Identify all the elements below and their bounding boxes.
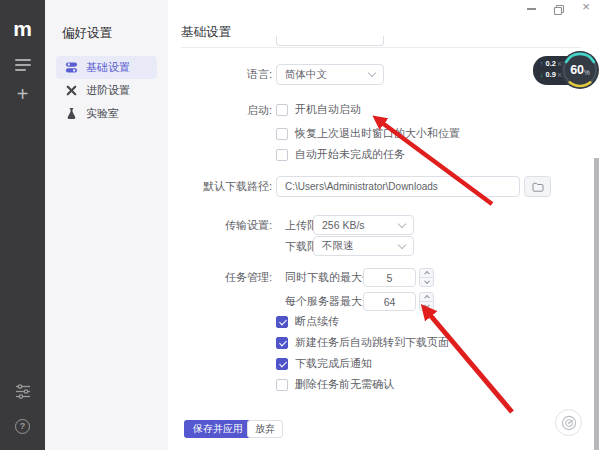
stepper-down-icon[interactable] — [420, 301, 433, 310]
help-icon[interactable]: ? — [15, 419, 30, 434]
download-speed-value: 0.9 — [546, 70, 556, 79]
toggles-icon — [65, 61, 78, 74]
checkbox-label: 删除任务前无需确认 — [295, 378, 394, 391]
checkbox-label: 恢复上次退出时窗口的大小和位置 — [295, 127, 460, 140]
max-tasks-input[interactable] — [363, 268, 416, 287]
scrolled-clipped-field — [276, 36, 384, 46]
header-divider — [181, 47, 581, 48]
scrollbar-thumb[interactable] — [594, 158, 599, 450]
nav-item-label: 实验室 — [86, 106, 119, 121]
upload-arrow-icon: ↑ — [540, 60, 544, 67]
checkbox-icon[interactable] — [276, 128, 288, 140]
checkbox-no-confirm-delete[interactable]: 删除任务前无需确认 — [276, 378, 394, 391]
checkbox-label: 断点续传 — [295, 315, 339, 328]
upload-limit-value: 256 KB/s — [322, 219, 365, 231]
language-label: 语言: — [168, 68, 272, 81]
tools-icon — [65, 84, 78, 97]
download-path-input[interactable] — [276, 176, 520, 197]
checkbox-label: 自动开始未完成的任务 — [295, 148, 405, 161]
download-path-label: 默认下载路径: — [168, 180, 272, 193]
task-management-label: 任务管理: — [168, 271, 272, 284]
upload-limit-select[interactable]: 256 KB/s — [313, 215, 414, 235]
preferences-title: 偏好设置 — [62, 25, 112, 42]
checkbox-resume-unfinished[interactable]: 自动开始未完成的任务 — [276, 148, 405, 161]
page-title: 基础设置 — [181, 24, 231, 41]
save-apply-button[interactable]: 保存并应用 — [184, 420, 252, 438]
checkbox-label: 新建任务后自动跳转到下载页面 — [295, 336, 449, 349]
language-select[interactable]: 简体中文 — [276, 64, 384, 85]
browse-folder-button[interactable] — [524, 176, 551, 197]
transfer-label: 传输设置: — [168, 219, 272, 232]
stepper-up-icon[interactable] — [420, 293, 433, 301]
checkbox-label: 下载完成后通知 — [295, 357, 372, 370]
flask-icon — [65, 107, 78, 120]
task-list-icon[interactable] — [15, 59, 31, 74]
restore-icon[interactable] — [553, 2, 565, 14]
download-limit-select[interactable]: 不限速 — [313, 236, 414, 256]
speed-gauge-button[interactable] — [555, 409, 582, 436]
app-logo-icon[interactable]: m — [0, 18, 45, 40]
checkbox-notify-on-complete[interactable]: 下载完成后通知 — [276, 357, 372, 370]
nav-item-basic-settings[interactable]: 基础设置 — [56, 56, 157, 79]
checkbox-label: 开机自动启动 — [295, 103, 361, 116]
checkbox-icon[interactable] — [276, 104, 288, 116]
gauge-icon — [561, 415, 577, 431]
checkbox-icon[interactable] — [276, 358, 288, 370]
checkbox-jump-to-downloads[interactable]: 新建任务后自动跳转到下载页面 — [276, 336, 449, 349]
minimize-icon[interactable] — [527, 8, 536, 10]
preferences-nav: 基础设置 进阶设置 实验室 — [56, 56, 157, 125]
checkbox-icon[interactable] — [276, 379, 288, 391]
app-window: m + ? 偏好设置 — [0, 0, 600, 450]
nav-item-advanced-settings[interactable]: 进阶设置 — [56, 79, 157, 102]
startup-label: 启动: — [168, 104, 272, 117]
max-connections-stepper — [419, 292, 434, 311]
chevron-down-icon — [398, 240, 406, 248]
nav-item-lab[interactable]: 实验室 — [56, 102, 157, 125]
progress-circle[interactable]: 60 % — [561, 51, 599, 89]
download-limit-value: 不限速 — [322, 239, 354, 253]
app-sidebar: m + ? — [0, 0, 45, 450]
stepper-down-icon[interactable] — [420, 277, 433, 286]
progress-percent: 60 % — [561, 51, 599, 89]
max-connections-input[interactable] — [363, 292, 416, 311]
checkbox-icon[interactable] — [276, 149, 288, 161]
checkbox-autostart[interactable]: 开机自动启动 — [276, 103, 361, 116]
preferences-panel: 偏好设置 基础设置 — [45, 0, 168, 450]
stepper-up-icon[interactable] — [420, 269, 433, 277]
max-tasks-stepper — [419, 268, 434, 287]
checkbox-restore-window[interactable]: 恢复上次退出时窗口的大小和位置 — [276, 127, 460, 140]
close-icon[interactable]: × — [579, 0, 593, 14]
download-arrow-icon: ↓ — [540, 71, 544, 78]
nav-item-label: 基础设置 — [86, 60, 130, 75]
checkbox-icon[interactable] — [276, 337, 288, 349]
language-select-value: 简体中文 — [285, 68, 327, 82]
upload-speed-value: 0.2 — [546, 59, 556, 68]
nav-item-label: 进阶设置 — [86, 83, 130, 98]
chevron-down-icon — [398, 219, 406, 227]
preferences-sliders-icon[interactable] — [15, 384, 31, 403]
folder-icon — [533, 183, 543, 191]
checkbox-icon[interactable] — [276, 316, 288, 328]
discard-button[interactable]: 放弃 — [247, 420, 283, 438]
chevron-down-icon — [368, 69, 376, 77]
checkbox-resume-transfer[interactable]: 断点续传 — [276, 315, 339, 328]
add-task-icon[interactable]: + — [0, 84, 45, 104]
